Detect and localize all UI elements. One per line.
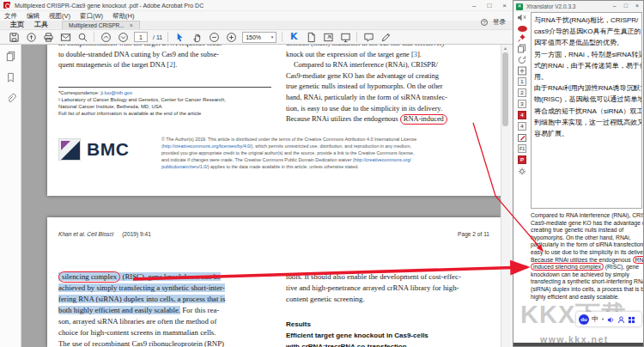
text-line: tive and high-penetrance arrayed crRNA l…	[286, 283, 495, 294]
f1-button[interactable]: F1	[518, 144, 526, 153]
document-canvas: its complementation with the target DNA …	[21, 45, 501, 347]
tab-document[interactable]: Multiplexed CRISPR... ×	[62, 21, 140, 29]
maximize-button[interactable]: □	[487, 0, 491, 11]
title-bar: Multiplexed CRISPR-Cas9 gene knockout .p…	[0, 0, 513, 11]
pdf-page-2: Khan et al. Cell Biosci (2019) 9:41 Page…	[47, 217, 501, 347]
translation-output-box[interactable]: 与RNA干扰(RNAi)相比，CRISPR/ cas9介导的基因KO具有产生真正…	[531, 12, 642, 209]
add-icon[interactable]	[517, 66, 527, 76]
grid-icon[interactable]	[628, 312, 635, 327]
print-icon[interactable]	[42, 31, 54, 43]
chevron-down-icon: ▾	[271, 34, 274, 40]
preset-5-button[interactable]: 4	[518, 122, 526, 131]
source-text: Because RNAi utilizes the endogenous	[531, 257, 633, 263]
license-url-link[interactable]: publicdomain/zero/1.0/	[161, 164, 208, 169]
zoom-in-icon[interactable]	[225, 31, 237, 43]
red-circle-annotation: RNA-induced	[400, 114, 447, 125]
scroll-up-icon[interactable]: ▲	[501, 45, 509, 52]
k-plugin-tool-icon[interactable]: K	[288, 31, 300, 43]
page-view-icon[interactable]	[305, 31, 317, 43]
license-url-link[interactable]: http://creativecommons.org/	[355, 157, 411, 162]
upload-cloud-icon[interactable]	[25, 31, 37, 43]
select-tool-icon[interactable]	[173, 31, 185, 43]
edit-note-icon[interactable]	[517, 133, 527, 143]
comment-icon[interactable]	[362, 31, 374, 43]
vertical-scrollbar[interactable]: ▲	[501, 45, 509, 347]
attachments-icon[interactable]	[5, 92, 16, 107]
license-line: (http://creativecommons.org/licenses/by/…	[161, 143, 488, 149]
fit-window-icon[interactable]	[322, 31, 334, 43]
language-select[interactable]: 中	[592, 314, 598, 324]
bmc-logo-mark	[58, 138, 81, 161]
search-icon[interactable]	[76, 31, 88, 43]
refresh-icon[interactable]	[517, 55, 527, 64]
previous-page-icon[interactable]	[100, 31, 112, 43]
menu-window[interactable]: 窗口(W)	[80, 12, 103, 21]
acrobat-window: Multiplexed CRISPR-Cas9 gene knockout .p…	[0, 0, 513, 347]
red-circle-annotation: RNA-	[633, 256, 644, 264]
tab-home[interactable]: 主页	[10, 21, 24, 29]
page2-right-column: tools. It should also enable the develop…	[286, 271, 495, 347]
p-button[interactable]: P	[518, 155, 526, 164]
page-thumbnails-icon[interactable]	[5, 51, 16, 66]
tab-tools[interactable]: 工具	[34, 21, 48, 29]
body-text: Because RNAi utilizes the endogenous	[286, 115, 400, 123]
source-line: Cas9-mediate gene KO has the advantage o…	[531, 220, 643, 228]
header-citation: Khan et al. Cell Biosci	[58, 231, 113, 237]
save-icon[interactable]	[8, 31, 20, 43]
signin-button[interactable]: 登录	[493, 18, 506, 27]
pencil-icon[interactable]	[380, 31, 392, 43]
text-line: choice for high-content screens in mamma…	[58, 327, 276, 338]
close-button[interactable]: ×	[502, 0, 507, 11]
highlighted-text: both highly efficient and easily scalabl…	[58, 306, 180, 314]
menu-view[interactable]: 视图(V)	[49, 12, 70, 21]
speaker-icon[interactable]	[607, 312, 615, 327]
person-icon[interactable]	[617, 312, 625, 327]
hand-tool-icon[interactable]	[191, 31, 203, 43]
help-icon[interactable]: ?	[481, 19, 488, 26]
tab-close-icon[interactable]: ×	[130, 22, 133, 28]
text-line: Compared to RNA interference (RNAi), CRI…	[286, 60, 495, 71]
bookmarks-icon[interactable]	[5, 71, 16, 87]
body-text: quent mutagenesis of the target DNA [	[58, 61, 169, 69]
settings-gear-icon[interactable]	[517, 167, 527, 176]
pin-icon[interactable]	[517, 33, 527, 43]
xtranslator-maximize-button[interactable]: □	[624, 1, 628, 11]
red-toggle-icon[interactable]	[517, 24, 527, 33]
license-url-link[interactable]: (http://creativecommons.org/licenses/by/…	[161, 143, 252, 149]
preset-1-button[interactable]: 1	[518, 77, 526, 86]
xtranslator-close-button[interactable]: ×	[635, 1, 639, 11]
page-number-input[interactable]: 1	[134, 32, 148, 42]
footnote-text: National Cancer Institute, Bethesda, MD,…	[58, 103, 282, 110]
xtranslator-toolbar: 1 2 3 4 4 F1 P	[515, 13, 529, 344]
menu-help[interactable]: 帮助(H)	[112, 12, 134, 21]
baidu-translate-bar[interactable]: du 中 ▼	[576, 312, 641, 326]
menu-edit[interactable]: 编辑	[27, 12, 39, 21]
license-line: © The Author(s) 2019. This article is di…	[161, 136, 488, 143]
email-icon[interactable]	[59, 31, 71, 43]
zoom-level-select[interactable]: 150% ▾	[242, 32, 276, 43]
next-page-icon[interactable]	[117, 31, 129, 43]
copy-icon[interactable]	[517, 44, 527, 53]
baidu-logo-icon[interactable]: du	[579, 314, 589, 325]
minimize-button[interactable]: –	[472, 0, 476, 11]
chevron-down-icon: ▼	[601, 317, 605, 321]
page1-left-column: its complementation with the target DNA …	[58, 45, 276, 71]
text-line: Cas9-mediate gene KO has the advantage o…	[286, 71, 495, 82]
text-line: fering RNA (siRNA) duplex into cells, a …	[58, 294, 276, 305]
reading-mode-icon[interactable]	[339, 31, 351, 43]
preset-4-button[interactable]: 4	[518, 111, 526, 119]
zoom-out-icon[interactable]	[208, 31, 220, 43]
mute-speaker-icon[interactable]	[517, 13, 527, 22]
xtranslator-minimize-button[interactable]: –	[613, 1, 617, 11]
scrollbar-thumb[interactable]	[502, 52, 508, 126]
xtranslator-icon	[516, 3, 523, 10]
preset-2-button[interactable]: 2	[518, 88, 526, 97]
text-line: son, arrayed siRNA libraries are often t…	[58, 316, 276, 327]
menu-file[interactable]: 文件	[4, 12, 17, 21]
preset-3-button[interactable]: 3	[518, 100, 526, 108]
source-line: particularly in the form of siRNA transf…	[531, 241, 643, 249]
email-link[interactable]: ji.luo@nih.gov	[100, 90, 132, 95]
source-line: induced silencing complex (RISC), gene	[531, 264, 643, 271]
license-line: provided you give appropriate credit to …	[161, 149, 488, 156]
screen: Multiplexed CRISPR-Cas9 gene knockout .p…	[0, 0, 644, 347]
